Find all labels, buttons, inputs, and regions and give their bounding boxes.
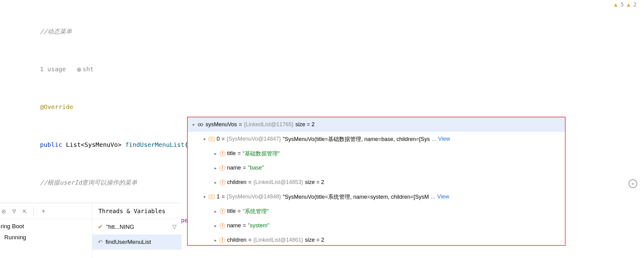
field-icon <box>220 180 225 185</box>
layout-icon[interactable]: ⇱ <box>23 207 26 215</box>
debug-tool-window[interactable]: ◎ ▽ ⇱ ＋ ring Boot Running Threads & Vari… <box>0 203 182 258</box>
kw-public: public <box>40 139 62 151</box>
chevron-down-icon[interactable] <box>202 194 207 199</box>
chevron-right-icon[interactable] <box>213 238 218 243</box>
index-icon <box>209 195 215 199</box>
warning-icon: ▲ <box>614 1 618 8</box>
frames-panel[interactable]: Threads & Variables ✔"htt...NING ▽ ↶find… <box>92 203 182 258</box>
field-icon <box>220 165 225 171</box>
separator <box>33 207 34 215</box>
variable-row[interactable]: oo sysMenuVos = {LinkedList@11765} size … <box>188 117 565 132</box>
view-link[interactable]: View <box>438 136 450 142</box>
author-hint[interactable]: sht <box>66 63 94 76</box>
debugger-variables-popup[interactable]: oo sysMenuVos = {LinkedList@11765} size … <box>187 117 566 246</box>
tree-node[interactable]: Running <box>1 232 92 243</box>
annotation-override: @Override <box>40 101 73 113</box>
variable-row[interactable]: title = "基础数据管理" <box>188 146 565 161</box>
inspection-widget[interactable]: ▲5 ▲2 <box>614 1 637 8</box>
chevron-right-icon[interactable] <box>213 151 218 156</box>
chevron-right-icon[interactable] <box>213 209 218 214</box>
variable-row[interactable]: 0 = {SysMenuVo@14847} "SysMenuVo(title=基… <box>188 132 565 146</box>
field-icon <box>220 237 225 243</box>
variable-row[interactable]: children = {LinkedList@14853} size = 2 <box>188 175 565 190</box>
stop-icon[interactable]: ◎ <box>2 207 6 215</box>
chevron-down-icon[interactable] <box>202 137 207 142</box>
stack-frame-row[interactable]: ↶findUserMenuList <box>92 234 182 250</box>
field-icon <box>220 151 225 156</box>
tab-threads-variables[interactable]: Threads & Variables <box>92 203 182 219</box>
view-link[interactable]: View <box>437 194 449 200</box>
variable-row[interactable]: name = "base" <box>188 161 565 175</box>
chevron-down-icon[interactable] <box>191 122 196 127</box>
filter-icon[interactable]: ▽ <box>172 223 177 230</box>
variable-row[interactable]: name = "system" <box>188 218 565 233</box>
method-name: findUserMenuList <box>125 139 185 151</box>
comment-line: //动态菜单 <box>40 25 72 38</box>
variable-row[interactable]: 1 = {SysMenuVo@14848} "SysMenuVo(title=系… <box>188 190 565 204</box>
debug-toolbar: ◎ ▽ ⇱ ＋ <box>0 203 92 219</box>
thread-row[interactable]: ✔"htt...NING ▽ <box>92 219 182 234</box>
index-icon <box>209 137 215 141</box>
chevron-right-icon[interactable] <box>213 166 218 170</box>
warning-icon: ▲ <box>627 1 630 8</box>
add-icon[interactable]: ＋ <box>40 207 46 215</box>
field-icon <box>220 209 225 214</box>
services-tree[interactable]: ring Boot Running <box>0 219 92 243</box>
variable-row[interactable]: children = {LinkedList@14861} size = 2 <box>188 233 565 247</box>
crosshair-icon[interactable] <box>629 179 637 188</box>
undo-icon: ↶ <box>98 239 102 245</box>
field-icon <box>220 223 225 229</box>
services-panel[interactable]: ◎ ▽ ⇱ ＋ ring Boot Running <box>0 203 92 258</box>
watch-icon: oo <box>198 121 202 128</box>
variable-row[interactable]: title = "系统管理" <box>188 204 565 218</box>
usage-hint[interactable]: 1 usage <box>40 63 66 76</box>
tree-node[interactable]: ring Boot <box>1 221 92 232</box>
chevron-right-icon[interactable] <box>213 223 218 228</box>
comment-line: //根据userId查询可以操作的菜单 <box>40 176 137 189</box>
chevron-right-icon[interactable] <box>213 180 218 185</box>
check-icon: ✔ <box>98 223 103 230</box>
filter-icon[interactable]: ▽ <box>12 207 16 215</box>
author-icon <box>77 68 81 72</box>
